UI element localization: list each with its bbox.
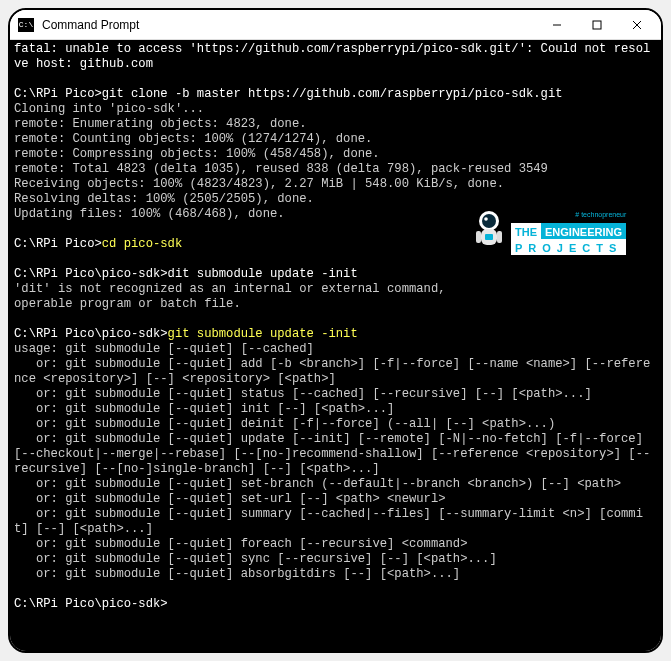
terminal-line: remote: Counting objects: 100% (1274/127… bbox=[14, 132, 657, 147]
terminal-line: fatal: unable to access 'https://github.… bbox=[14, 42, 657, 72]
terminal-line: or: git submodule [--quiet] init [--] [<… bbox=[14, 402, 657, 417]
window-title: Command Prompt bbox=[42, 18, 537, 32]
watermark-logo: # technopreneur THE ENGINEERING PROJECTS bbox=[471, 208, 643, 254]
terminal-line: or: git submodule [--quiet] set-url [--]… bbox=[14, 492, 657, 507]
terminal-line: C:\RPi Pico\pico-sdk>dit submodule updat… bbox=[14, 267, 657, 282]
terminal-line: or: git submodule [--quiet] status [--ca… bbox=[14, 387, 657, 402]
astronaut-icon bbox=[471, 209, 507, 253]
logo-text-projects: PROJECTS bbox=[511, 239, 626, 255]
terminal-line bbox=[14, 312, 657, 327]
command-prompt-window: C:\ Command Prompt bbox=[8, 8, 663, 653]
terminal-line: Cloning into 'pico-sdk'... bbox=[14, 102, 657, 117]
terminal-line: or: git submodule [--quiet] summary [--c… bbox=[14, 507, 657, 537]
minimize-icon bbox=[552, 20, 562, 30]
terminal-line bbox=[14, 72, 657, 87]
svg-rect-9 bbox=[476, 231, 481, 243]
svg-rect-1 bbox=[593, 21, 601, 29]
terminal-line: or: git submodule [--quiet] sync [--recu… bbox=[14, 552, 657, 567]
logo-text-the: THE bbox=[511, 223, 541, 239]
titlebar[interactable]: C:\ Command Prompt bbox=[10, 10, 661, 40]
maximize-icon bbox=[592, 20, 602, 30]
cmd-icon: C:\ bbox=[18, 18, 34, 32]
terminal-line: or: git submodule [--quiet] update [--in… bbox=[14, 432, 657, 477]
terminal-line bbox=[14, 582, 657, 597]
terminal-output[interactable]: # technopreneur THE ENGINEERING PROJECTS… bbox=[10, 40, 661, 651]
terminal-line: or: git submodule [--quiet] deinit [-f|-… bbox=[14, 417, 657, 432]
terminal-line: or: git submodule [--quiet] add [-b <bra… bbox=[14, 357, 657, 387]
close-icon bbox=[632, 20, 642, 30]
maximize-button[interactable] bbox=[577, 11, 617, 39]
terminal-line: or: git submodule [--quiet] set-branch (… bbox=[14, 477, 657, 492]
svg-rect-10 bbox=[497, 231, 502, 243]
terminal-line: C:\RPi Pico\pico-sdk>git submodule updat… bbox=[14, 327, 657, 342]
terminal-line: operable program or batch file. bbox=[14, 297, 657, 312]
logo-text-engineering: ENGINEERING bbox=[541, 223, 626, 239]
terminal-line: remote: Compressing objects: 100% (458/4… bbox=[14, 147, 657, 162]
terminal-line: 'dit' is not recognized as an internal o… bbox=[14, 282, 657, 297]
terminal-line: Receiving objects: 100% (4823/4823), 2.2… bbox=[14, 177, 657, 192]
svg-point-6 bbox=[484, 217, 488, 221]
close-button[interactable] bbox=[617, 11, 657, 39]
terminal-line: remote: Total 4823 (delta 1035), reused … bbox=[14, 162, 657, 177]
minimize-button[interactable] bbox=[537, 11, 577, 39]
terminal-line: or: git submodule [--quiet] absorbgitdir… bbox=[14, 567, 657, 582]
terminal-line: Resolving deltas: 100% (2505/2505), done… bbox=[14, 192, 657, 207]
svg-rect-8 bbox=[485, 234, 493, 240]
window-controls bbox=[537, 11, 657, 39]
terminal-line: C:\RPi Pico>git clone -b master https://… bbox=[14, 87, 657, 102]
terminal-line: usage: git submodule [--quiet] [--cached… bbox=[14, 342, 657, 357]
terminal-line: or: git submodule [--quiet] foreach [--r… bbox=[14, 537, 657, 552]
terminal-line: C:\RPi Pico\pico-sdk> bbox=[14, 597, 657, 612]
logo-tagline: # technopreneur bbox=[511, 207, 626, 222]
terminal-line: remote: Enumerating objects: 4823, done. bbox=[14, 117, 657, 132]
svg-point-5 bbox=[482, 214, 496, 228]
